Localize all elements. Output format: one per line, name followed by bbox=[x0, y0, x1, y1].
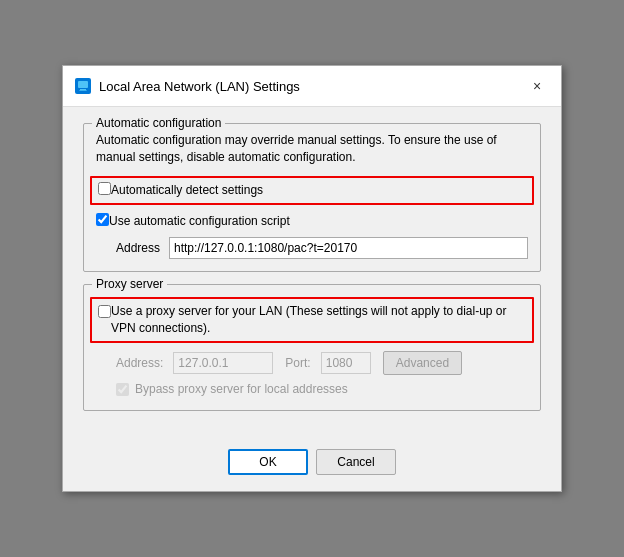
bypass-checkbox[interactable] bbox=[116, 383, 129, 396]
title-bar: Local Area Network (LAN) Settings × bbox=[63, 66, 561, 107]
advanced-button[interactable]: Advanced bbox=[383, 351, 462, 375]
dialog-footer: OK Cancel bbox=[63, 439, 561, 491]
bypass-label[interactable]: Bypass proxy server for local addresses bbox=[135, 381, 348, 398]
proxy-fields-row: Address: Port: Advanced bbox=[116, 351, 528, 375]
auto-detect-checkbox[interactable] bbox=[98, 182, 111, 195]
lan-settings-dialog: Local Area Network (LAN) Settings × Auto… bbox=[62, 65, 562, 492]
automatic-config-desc: Automatic configuration may override man… bbox=[96, 132, 528, 166]
use-script-checkbox[interactable] bbox=[96, 213, 109, 226]
title-bar-left: Local Area Network (LAN) Settings bbox=[75, 78, 300, 94]
script-address-row: Address bbox=[116, 237, 528, 259]
cancel-button[interactable]: Cancel bbox=[316, 449, 396, 475]
use-proxy-row: Use a proxy server for your LAN (These s… bbox=[90, 297, 534, 343]
svg-rect-2 bbox=[79, 91, 87, 92]
script-address-label: Address bbox=[116, 241, 161, 255]
proxy-address-label: Address: bbox=[116, 356, 163, 370]
automatic-config-label: Automatic configuration bbox=[92, 116, 225, 130]
dialog-content: Automatic configuration Automatic config… bbox=[63, 107, 561, 439]
automatic-config-group: Automatic configuration Automatic config… bbox=[83, 123, 541, 272]
bypass-row: Bypass proxy server for local addresses bbox=[116, 381, 528, 398]
close-button[interactable]: × bbox=[525, 74, 549, 98]
svg-rect-1 bbox=[80, 89, 86, 91]
svg-rect-0 bbox=[78, 81, 88, 88]
use-proxy-label[interactable]: Use a proxy server for your LAN (These s… bbox=[111, 303, 526, 337]
dialog-title: Local Area Network (LAN) Settings bbox=[99, 79, 300, 94]
use-script-row: Use automatic configuration script bbox=[96, 213, 528, 230]
proxy-address-input[interactable] bbox=[173, 352, 273, 374]
proxy-server-group: Proxy server Use a proxy server for your… bbox=[83, 284, 541, 410]
use-proxy-checkbox[interactable] bbox=[98, 305, 111, 318]
script-address-input[interactable] bbox=[169, 237, 528, 259]
dialog-icon bbox=[75, 78, 91, 94]
use-script-label[interactable]: Use automatic configuration script bbox=[109, 213, 290, 230]
auto-detect-label[interactable]: Automatically detect settings bbox=[111, 182, 263, 199]
proxy-server-label: Proxy server bbox=[92, 277, 167, 291]
proxy-port-label: Port: bbox=[285, 356, 310, 370]
proxy-port-input[interactable] bbox=[321, 352, 371, 374]
auto-detect-row: Automatically detect settings bbox=[90, 176, 534, 205]
ok-button[interactable]: OK bbox=[228, 449, 308, 475]
